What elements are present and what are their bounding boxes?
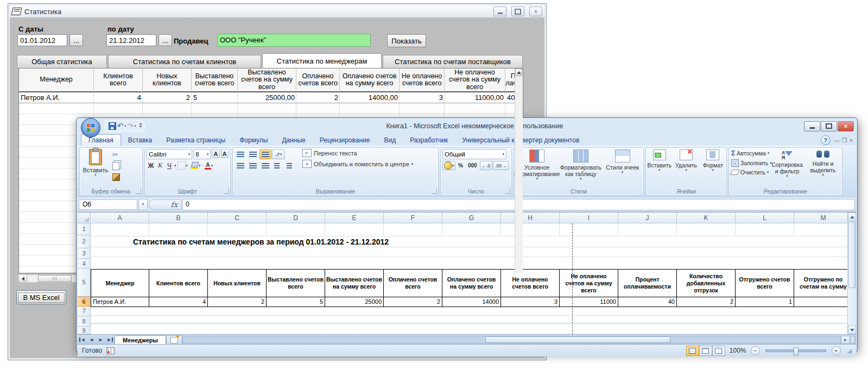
maximize-button[interactable] <box>511 7 524 16</box>
delete-cells-button[interactable]: Удалить▾ <box>673 148 699 188</box>
accounting-format-button[interactable]: ▾ <box>442 161 455 170</box>
statistics-tab[interactable]: Статистика по счетам поставщиков <box>383 55 523 68</box>
next-sheet-icon[interactable]: ► <box>96 335 105 344</box>
autosum-button[interactable]: ΣАвтосумма▾ <box>731 149 772 157</box>
table-cell[interactable]: Петров А.И. <box>19 92 94 103</box>
normal-view-button[interactable] <box>686 346 699 356</box>
report-data-cell[interactable]: 5 <box>267 297 325 307</box>
ribbon-tab[interactable]: Данные <box>275 135 312 146</box>
insert-function-button[interactable]: fx <box>149 199 181 210</box>
resize-grip-icon[interactable]: ◢ <box>847 347 852 354</box>
column-header[interactable]: C <box>208 212 267 223</box>
show-button[interactable]: Показать <box>387 34 426 47</box>
column-header[interactable]: L <box>736 212 794 223</box>
fill-button[interactable]: ↓Заполнить▾ <box>731 159 772 167</box>
report-data-cell[interactable]: 2 <box>677 297 736 307</box>
cells-area[interactable]: Статистика по счетам менеджеров за перио… <box>91 223 847 334</box>
table-cell[interactable]: 14000,00 <box>340 92 400 103</box>
dialog-launcher-icon[interactable] <box>224 189 229 194</box>
table-cell[interactable]: 25000,00 <box>238 92 296 103</box>
column-header[interactable]: M <box>794 212 847 223</box>
borders-button[interactable]: ▾ <box>177 161 189 170</box>
report-data-cell[interactable]: 14000 <box>442 297 501 307</box>
name-box-caret-icon[interactable]: ▾ <box>138 199 148 210</box>
excel-titlebar[interactable]: ↶▾ ↷▾ ▾ Книга1 - Microsoft Excel некомме… <box>78 119 856 133</box>
ribbon-tab[interactable]: Вставка <box>121 135 160 146</box>
report-data-cell[interactable]: 3 <box>794 297 847 307</box>
save-icon[interactable] <box>109 122 116 130</box>
number-format-select[interactable]: Общий▾ <box>442 149 506 159</box>
merge-center-button[interactable]: a Объединить и поместить в центре ▾ <box>302 160 413 168</box>
report-data-cell[interactable]: 2 <box>384 297 442 307</box>
select-all-corner[interactable] <box>78 212 91 223</box>
undo-caret-icon[interactable]: ▾ <box>124 124 126 128</box>
font-size-select[interactable]: 8▾ <box>193 149 211 159</box>
from-date-input[interactable]: 01.01.2012 <box>17 34 67 46</box>
italic-button[interactable]: К <box>156 161 164 170</box>
ribbon-tab[interactable]: Разметка страницы <box>159 135 232 146</box>
dialog-launcher-icon[interactable] <box>505 189 510 194</box>
scroll-up-icon[interactable] <box>515 68 522 76</box>
cut-button[interactable]: ✂ <box>112 149 134 159</box>
table-cell[interactable]: 2 <box>296 92 340 103</box>
undo-icon[interactable]: ↶ <box>117 123 123 129</box>
bold-button[interactable]: Ж <box>147 161 155 170</box>
report-data-cell[interactable]: 3 <box>501 297 560 307</box>
row-header[interactable]: 7 <box>78 307 91 317</box>
zoom-in-button[interactable]: + <box>832 346 841 355</box>
row-header[interactable]: 9 <box>78 327 91 334</box>
table-row[interactable]: Петров А.И.42525000,00214000,00311000,00… <box>19 92 515 103</box>
report-header-cell[interactable]: Выставлено счетов на сумму всего <box>325 269 384 297</box>
tab-split-handle[interactable] <box>851 336 856 343</box>
report-data-cell[interactable]: 1 <box>736 297 794 307</box>
first-sheet-icon[interactable]: ◄ <box>78 335 87 344</box>
minimize-button[interactable] <box>804 121 820 132</box>
report-header-cell[interactable]: Количество добавленных отгрузок <box>677 269 736 297</box>
row-header[interactable]: 6 <box>78 297 91 307</box>
column-header[interactable]: K <box>677 212 736 223</box>
statistics-titlebar[interactable]: Статистика × <box>10 5 544 17</box>
report-header-cell[interactable]: Процент оплачиваемости <box>618 269 677 297</box>
qat-customize-icon[interactable]: ▾ <box>140 123 142 129</box>
scrollbar-thumb[interactable] <box>848 222 856 288</box>
insert-cells-button[interactable]: Вставить▾ <box>646 148 673 188</box>
help-icon[interactable]: ? <box>821 135 831 145</box>
from-date-browse-button[interactable]: ... <box>69 34 83 46</box>
name-box[interactable]: О6 <box>79 199 137 210</box>
export-to-excel-button[interactable]: В MS Excel <box>16 290 66 304</box>
fill-color-button[interactable]: ▾ <box>189 161 202 170</box>
macro-record-icon[interactable] <box>106 347 115 354</box>
percent-button[interactable]: % <box>456 161 465 170</box>
insert-worksheet-button[interactable] <box>166 335 182 344</box>
row-header[interactable]: 4 <box>78 259 91 268</box>
workbook-close-icon[interactable]: × <box>850 137 853 143</box>
report-data-cell[interactable]: 4 <box>149 297 208 307</box>
report-data-cell[interactable]: 40 <box>618 297 677 307</box>
font-color-button[interactable]: А▾ <box>203 161 215 170</box>
report-header-cell[interactable]: Менеджер <box>91 269 149 297</box>
page-break-view-button[interactable] <box>712 346 725 356</box>
page-layout-view-button[interactable] <box>699 346 712 356</box>
dialog-launcher-icon[interactable] <box>432 189 437 194</box>
table-cell[interactable]: 4 <box>94 92 143 103</box>
table-cell[interactable]: 5 <box>192 92 238 103</box>
close-button[interactable]: × <box>838 121 854 132</box>
zoom-out-button[interactable]: − <box>751 346 760 355</box>
report-title-cell[interactable]: Статистика по счетам менеджеров за перио… <box>133 235 389 248</box>
statistics-tab[interactable]: Статистика по менеджерам <box>262 53 382 68</box>
increase-decimal-button[interactable]: ←.0 <box>480 161 493 170</box>
align-left-button[interactable] <box>235 161 246 171</box>
statistics-tab[interactable]: Статистика по счетам клиентов <box>108 55 261 68</box>
column-header[interactable]: H <box>501 212 560 223</box>
cell-styles-button[interactable]: Стили ячеек▾ <box>601 148 643 188</box>
column-header[interactable]: A <box>91 212 149 223</box>
previous-sheet-icon[interactable]: ◄ <box>87 335 96 344</box>
decrease-indent-button[interactable] <box>272 161 284 171</box>
redo-caret-icon[interactable]: ▾ <box>134 124 136 128</box>
seller-input[interactable]: ООО "Ручеек" <box>217 34 371 47</box>
row-header[interactable]: 1 <box>78 223 91 235</box>
format-as-table-button[interactable]: Форматировать как таблицу▾ <box>560 148 601 188</box>
report-header-cell[interactable]: Оплачено счетов на сумму всего <box>442 269 501 297</box>
paste-button[interactable]: Вставить ▾ <box>83 149 108 185</box>
report-data-cell[interactable]: 2 <box>208 297 267 307</box>
